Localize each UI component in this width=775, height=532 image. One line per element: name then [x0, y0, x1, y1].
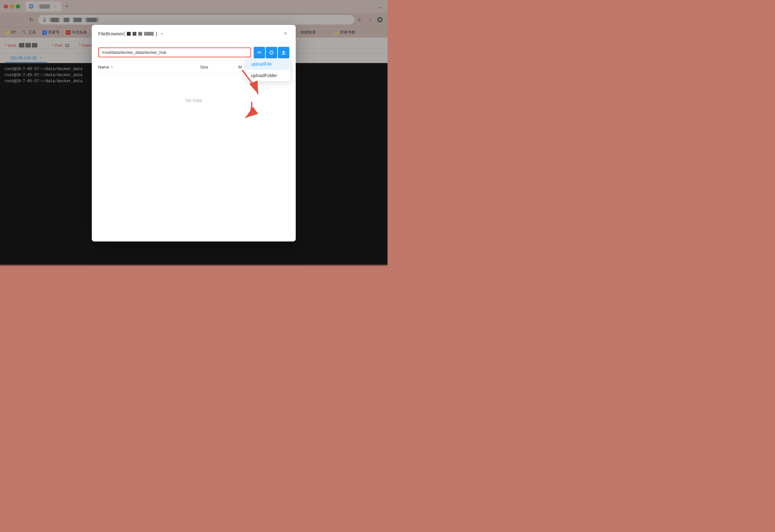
modal-title-text: FileBrowser( — [98, 31, 125, 36]
fb-btn-group — [254, 47, 289, 58]
fb-col-name: Name ⇅ — [98, 65, 200, 69]
up-arrow-icon — [257, 50, 262, 55]
fb-refresh-button[interactable] — [266, 47, 277, 58]
modal-title-rect — [144, 32, 154, 36]
sort-icon[interactable]: ⇅ — [111, 65, 113, 69]
fb-up-button[interactable] — [254, 47, 265, 58]
upload-file-label: uploadFile — [251, 61, 272, 67]
upload-dropdown-menu: uploadFile uploadFolder — [246, 58, 291, 81]
modal-title-chevron: ▼ — [160, 32, 164, 36]
modal-header: FileBrowser( ) ▼ × — [92, 25, 296, 43]
modal-title: FileBrowser( ) ▼ — [98, 31, 164, 36]
fb-col-size: Size — [200, 65, 238, 69]
browser-window: · ████ × + ⌄ ‹ › ↻ ███ ██ ███ ████ G — [0, 0, 388, 266]
upload-file-item[interactable]: uploadFile — [246, 58, 291, 70]
fb-upload-button[interactable] — [278, 47, 289, 58]
fb-col-name-label: Name — [98, 65, 109, 69]
refresh-icon — [269, 50, 274, 55]
file-browser-modal: FileBrowser( ) ▼ × — [92, 25, 296, 241]
fb-empty-text: No Data — [185, 98, 202, 103]
fb-col-modified-label: M — [238, 65, 242, 69]
modal-title-close-paren: ) — [155, 31, 157, 36]
modal-close-button[interactable]: × — [282, 30, 289, 38]
upload-icon — [281, 50, 286, 55]
fb-path-input[interactable] — [98, 47, 251, 57]
upload-folder-item[interactable]: uploadFolder — [246, 70, 291, 81]
modal-title-square3 — [138, 32, 142, 36]
upload-folder-label: uploadFolder — [251, 73, 277, 78]
fb-col-size-label: Size — [200, 65, 208, 69]
modal-title-square1 — [127, 32, 131, 36]
modal-overlay: FileBrowser( ) ▼ × — [0, 0, 388, 266]
modal-title-square2 — [133, 32, 136, 36]
